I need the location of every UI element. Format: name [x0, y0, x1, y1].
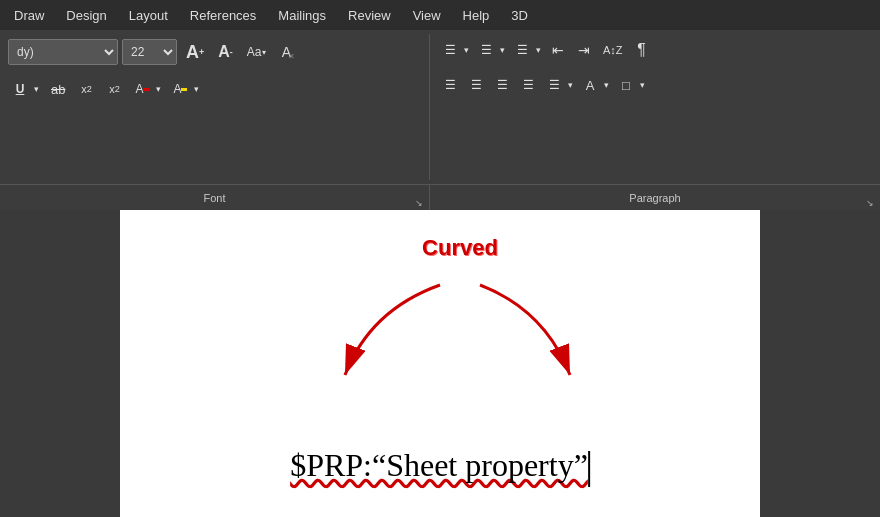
- numbering-group: ☰ ▾: [474, 38, 508, 62]
- menu-view[interactable]: View: [403, 4, 451, 27]
- menu-3d[interactable]: 3D: [501, 4, 538, 27]
- bullets-dropdown[interactable]: ▾: [462, 38, 472, 62]
- menu-bar: Draw Design Layout References Mailings R…: [0, 0, 880, 30]
- line-spacing-button[interactable]: ☰: [542, 73, 566, 97]
- para-row1: ☰ ▾ ☰ ▾ ☰ ▾ ⇤ ⇥ A↕Z ¶: [436, 34, 874, 66]
- ribbon: dy) 22 A+ A- Aa▾ A✕ U ▾: [0, 30, 880, 210]
- menu-design[interactable]: Design: [56, 4, 116, 27]
- menu-review[interactable]: Review: [338, 4, 401, 27]
- shading-button[interactable]: A: [578, 73, 602, 97]
- shading-dropdown[interactable]: ▾: [602, 73, 612, 97]
- paragraph-section: ☰ ▾ ☰ ▾ ☰ ▾ ⇤ ⇥ A↕Z ¶: [430, 34, 880, 180]
- multilevel-dropdown[interactable]: ▾: [534, 38, 544, 62]
- font-section-label: Font ↘: [0, 185, 430, 210]
- annotation-container: Curved: [240, 230, 640, 430]
- ribbon-main: dy) 22 A+ A- Aa▾ A✕ U ▾: [0, 30, 880, 184]
- strikethrough-button[interactable]: ab: [46, 77, 70, 101]
- highlight-group: A ▾: [168, 77, 202, 101]
- font-controls-row1: dy) 22 A+ A- Aa▾ A✕: [6, 34, 423, 70]
- document-area: Curved $PRP:“She: [0, 210, 880, 517]
- text-cursor: [588, 451, 590, 487]
- subscript-button[interactable]: x2: [74, 77, 98, 101]
- borders-button[interactable]: □: [614, 73, 638, 97]
- para-row2: ☰ ☰ ☰ ☰ ☰ ▾ A ▾ □ ▾: [436, 69, 874, 101]
- menu-mailings[interactable]: Mailings: [268, 4, 336, 27]
- multilevel-button[interactable]: ☰: [510, 38, 534, 62]
- align-left-button[interactable]: ☰: [438, 73, 462, 97]
- justify-button[interactable]: ☰: [516, 73, 540, 97]
- menu-draw[interactable]: Draw: [4, 4, 54, 27]
- increase-indent-button[interactable]: ⇥: [572, 38, 596, 62]
- change-case-button[interactable]: Aa▾: [242, 40, 271, 64]
- menu-layout[interactable]: Layout: [119, 4, 178, 27]
- multilevel-group: ☰ ▾: [510, 38, 544, 62]
- align-right-button[interactable]: ☰: [490, 73, 514, 97]
- font-color-group: A ▾: [130, 77, 164, 101]
- decrease-indent-button[interactable]: ⇤: [546, 38, 570, 62]
- show-hide-button[interactable]: ¶: [630, 38, 654, 62]
- increase-font-size-button[interactable]: A+: [181, 38, 209, 66]
- superscript-button[interactable]: x2: [102, 77, 126, 101]
- decrease-font-size-button[interactable]: A-: [213, 38, 238, 66]
- underline-button[interactable]: U: [8, 77, 32, 101]
- numbering-dropdown[interactable]: ▾: [498, 38, 508, 62]
- paragraph-label-text: Paragraph: [629, 192, 680, 204]
- document-page: Curved $PRP:“She: [120, 210, 760, 517]
- curved-arrows-svg: [240, 230, 640, 430]
- paragraph-section-label: Paragraph ↘: [430, 185, 880, 210]
- sort-button[interactable]: A↕Z: [598, 38, 628, 62]
- numbering-button[interactable]: ☰: [474, 38, 498, 62]
- bullets-group: ☰ ▾: [438, 38, 472, 62]
- highlight-button[interactable]: A: [168, 77, 192, 101]
- document-text-value: $PRP:“Sheet property”: [290, 447, 588, 483]
- align-center-button[interactable]: ☰: [464, 73, 488, 97]
- highlight-dropdown[interactable]: ▾: [192, 77, 202, 101]
- font-color-button[interactable]: A: [130, 77, 154, 101]
- line-spacing-dropdown[interactable]: ▾: [566, 73, 576, 97]
- font-label-text: Font: [203, 192, 225, 204]
- font-size-select[interactable]: 22: [122, 39, 177, 65]
- paragraph-expand-icon[interactable]: ↘: [866, 198, 874, 208]
- font-section: dy) 22 A+ A- Aa▾ A✕ U ▾: [0, 34, 430, 180]
- menu-help[interactable]: Help: [453, 4, 500, 27]
- font-expand-icon[interactable]: ↘: [415, 198, 423, 208]
- shading-group: A ▾: [578, 73, 612, 97]
- menu-references[interactable]: References: [180, 4, 266, 27]
- line-spacing-group: ☰ ▾: [542, 73, 576, 97]
- borders-dropdown[interactable]: ▾: [638, 73, 648, 97]
- document-content: $PRP:“Sheet property”: [290, 447, 590, 487]
- underline-dropdown[interactable]: ▾: [32, 77, 42, 101]
- borders-group: □ ▾: [614, 73, 648, 97]
- bullets-button[interactable]: ☰: [438, 38, 462, 62]
- font-family-select[interactable]: dy): [8, 39, 118, 65]
- underline-group: U ▾: [8, 77, 42, 101]
- document-text: $PRP:“Sheet property”: [290, 447, 590, 483]
- font-controls-row2: U ▾ ab x2 x2 A ▾ A: [6, 73, 423, 105]
- section-labels: Font ↘ Paragraph ↘: [0, 184, 880, 210]
- font-color-dropdown[interactable]: ▾: [154, 77, 164, 101]
- clear-format-button[interactable]: A✕: [275, 40, 299, 64]
